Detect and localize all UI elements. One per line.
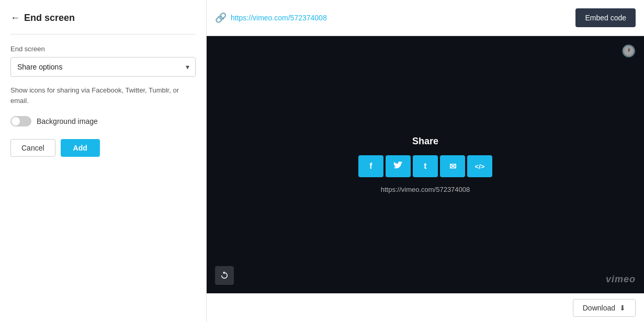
share-buttons: f t ✉ </> xyxy=(358,155,492,177)
end-screen-label: End screen xyxy=(10,45,196,53)
email-share-button[interactable]: ✉ xyxy=(440,155,465,177)
download-label: Download xyxy=(583,304,615,312)
description-text: Show icons for sharing via Facebook, Twi… xyxy=(10,85,196,106)
page-title: End screen xyxy=(24,13,75,24)
add-button[interactable]: Add xyxy=(61,139,100,157)
bottom-bar: Download ⬇ xyxy=(207,293,644,322)
embed-share-button[interactable]: </> xyxy=(467,155,492,177)
end-screen-select-wrapper: Share options Subscribe Watch again Expl… xyxy=(10,57,196,77)
left-panel: ← End screen End screen Share options Su… xyxy=(0,0,207,322)
back-navigation[interactable]: ← End screen xyxy=(10,13,196,24)
share-container: Share f t ✉ </> https://vimeo.com/572374… xyxy=(358,136,492,193)
preview-url: https://vimeo.com/572374008 xyxy=(381,186,470,193)
cancel-button[interactable]: Cancel xyxy=(10,139,55,157)
twitter-share-button[interactable] xyxy=(386,155,411,177)
embed-code-button[interactable]: Embed code xyxy=(575,8,636,27)
facebook-share-button[interactable]: f xyxy=(358,155,383,177)
right-panel: 🔗 https://vimeo.com/572374008 Embed code… xyxy=(207,0,644,322)
button-row: Cancel Add xyxy=(10,139,196,157)
download-button[interactable]: Download ⬇ xyxy=(573,299,636,317)
video-preview: 🕐 Share f t ✉ </> https://vimeo.com/5723… xyxy=(207,36,644,293)
toggle-knob xyxy=(12,117,20,125)
background-image-row: Background image xyxy=(10,116,196,126)
background-image-toggle[interactable] xyxy=(10,116,31,126)
end-screen-select[interactable]: Share options Subscribe Watch again Expl… xyxy=(10,57,196,77)
url-row: 🔗 https://vimeo.com/572374008 xyxy=(215,12,327,24)
share-title: Share xyxy=(412,136,438,147)
link-icon: 🔗 xyxy=(215,12,227,24)
back-arrow-icon: ← xyxy=(10,13,20,24)
top-bar: 🔗 https://vimeo.com/572374008 Embed code xyxy=(207,0,644,36)
video-url-link[interactable]: https://vimeo.com/572374008 xyxy=(231,14,327,22)
download-icon: ⬇ xyxy=(619,304,626,312)
background-image-label: Background image xyxy=(37,117,98,125)
clock-icon: 🕐 xyxy=(622,44,636,58)
tumblr-share-button[interactable]: t xyxy=(413,155,438,177)
divider xyxy=(10,34,196,34)
vimeo-watermark: vimeo xyxy=(606,274,636,285)
reset-button[interactable] xyxy=(215,266,234,285)
